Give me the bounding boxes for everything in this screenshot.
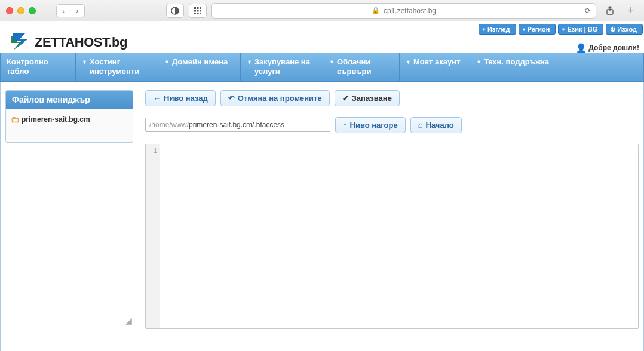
language-label: Език | BG bbox=[567, 26, 597, 33]
check-icon: ✔ bbox=[342, 94, 349, 103]
button-label: Ниво нагоре bbox=[350, 121, 398, 130]
user-icon: 👤 bbox=[576, 43, 586, 53]
nav-support[interactable]: ▼Техн. поддръжка bbox=[470, 53, 643, 81]
main-nav: Контролно табло ▼Хостинг инструменти ▼До… bbox=[0, 53, 644, 82]
view-label: Изглед bbox=[487, 26, 510, 33]
reader-icon[interactable] bbox=[166, 4, 184, 18]
code-editor[interactable]: 1 bbox=[145, 144, 639, 329]
revert-button[interactable]: ↶Отмяна на промените bbox=[220, 90, 330, 106]
view-button[interactable]: ▾Изглед bbox=[479, 24, 516, 35]
browser-url-text: cp1.zettahost.bg bbox=[384, 7, 436, 15]
folder-icon: 🗀 bbox=[11, 115, 19, 124]
nav-label: Техн. поддръжка bbox=[484, 57, 549, 67]
browser-forward-button[interactable]: › bbox=[70, 4, 85, 17]
browser-toolbar: ‹ › 🔒 cp1.zettahost.bg ⟳ + bbox=[0, 0, 644, 21]
nav-account[interactable]: ▼Моят акаунт bbox=[400, 53, 470, 81]
apps-icon[interactable] bbox=[189, 4, 207, 18]
region-button[interactable]: ▾Регион bbox=[519, 24, 556, 35]
chevron-down-icon: ▾ bbox=[562, 27, 565, 32]
svg-rect-1 bbox=[194, 7, 196, 9]
path-input[interactable]: /home/www/primeren-sait.bg.cm/.htaccess bbox=[145, 118, 330, 132]
path-tail: primeren-sait.bg.cm/.htaccess bbox=[189, 121, 284, 129]
svg-rect-4 bbox=[194, 10, 196, 11]
editor-content[interactable] bbox=[160, 144, 638, 328]
chevron-down-icon: ▼ bbox=[406, 57, 411, 66]
close-window-icon[interactable] bbox=[6, 7, 13, 14]
welcome-label: Добре дошли! bbox=[588, 44, 639, 52]
panel-title: Файлов мениджър bbox=[6, 91, 133, 109]
nav-hosting[interactable]: ▼Хостинг инструменти bbox=[76, 53, 158, 81]
nav-label: Хостинг инструменти bbox=[90, 57, 152, 77]
button-label: Ниво назад bbox=[164, 94, 208, 103]
browser-back-button[interactable]: ‹ bbox=[56, 4, 70, 17]
level-up-button[interactable]: ↑Ниво нагоре bbox=[335, 117, 406, 133]
save-button[interactable]: ✔Запазване bbox=[335, 90, 400, 106]
nav-domains[interactable]: ▼Домейн имена bbox=[158, 53, 241, 81]
arrow-left-icon: ← bbox=[153, 94, 161, 103]
home-icon: ⌂ bbox=[418, 121, 423, 130]
file-manager-panel: Файлов мениджър 🗀 primeren-sait.bg.cm bbox=[5, 90, 133, 143]
tree-item-label: primeren-sait.bg.cm bbox=[22, 115, 90, 124]
nav-label: Моят акаунт bbox=[413, 57, 461, 67]
exit-label: Изход bbox=[617, 26, 637, 33]
region-label: Регион bbox=[528, 26, 550, 33]
svg-rect-6 bbox=[200, 10, 201, 11]
share-icon[interactable] bbox=[601, 4, 619, 18]
undo-icon: ↶ bbox=[228, 94, 235, 103]
nav-label: Облачни сървъри bbox=[337, 57, 393, 77]
new-tab-button[interactable]: + bbox=[624, 4, 638, 18]
back-button[interactable]: ←Ниво назад bbox=[145, 90, 216, 106]
svg-rect-2 bbox=[197, 7, 199, 9]
exit-button[interactable]: ⏻Изход bbox=[606, 24, 643, 35]
path-prefix: /home/www/ bbox=[149, 121, 189, 129]
chevron-down-icon: ▼ bbox=[164, 57, 170, 66]
logo[interactable]: ZETTAHOST.bg bbox=[8, 24, 127, 53]
chevron-down-icon: ▼ bbox=[476, 57, 482, 66]
nav-label: Закупуване на услуги bbox=[254, 57, 317, 77]
nav-label: Домейн имена bbox=[172, 57, 228, 67]
chevron-down-icon: ▼ bbox=[329, 57, 335, 66]
chevron-down-icon: ▾ bbox=[523, 27, 525, 32]
svg-rect-3 bbox=[200, 7, 201, 9]
logo-icon bbox=[8, 32, 29, 53]
power-icon: ⏻ bbox=[610, 27, 615, 32]
nav-services[interactable]: ▼Закупуване на услуги bbox=[241, 53, 323, 81]
window-controls bbox=[6, 7, 36, 14]
button-label: Начало bbox=[426, 121, 454, 130]
nav-cloud[interactable]: ▼Облачни сървъри bbox=[323, 53, 400, 81]
reload-icon[interactable]: ⟳ bbox=[585, 7, 591, 15]
nav-label: Контролно табло bbox=[7, 57, 69, 77]
home-button[interactable]: ⌂Начало bbox=[410, 117, 462, 133]
browser-url-bar[interactable]: 🔒 cp1.zettahost.bg ⟳ bbox=[211, 3, 596, 19]
chevron-down-icon: ▼ bbox=[82, 57, 87, 66]
tree-item[interactable]: 🗀 primeren-sait.bg.cm bbox=[11, 115, 128, 124]
button-label: Отмяна на промените bbox=[238, 94, 322, 103]
chevron-down-icon: ▼ bbox=[247, 57, 252, 66]
welcome-text: 👤 Добре дошли! bbox=[576, 43, 643, 53]
language-button[interactable]: ▾Език | BG bbox=[558, 24, 603, 35]
svg-rect-7 bbox=[194, 13, 196, 14]
svg-rect-9 bbox=[200, 13, 201, 14]
arrow-up-icon: ↑ bbox=[343, 121, 347, 130]
editor-gutter: 1 bbox=[146, 144, 160, 328]
minimize-window-icon[interactable] bbox=[17, 7, 24, 14]
button-label: Запазване bbox=[352, 94, 392, 103]
nav-dashboard[interactable]: Контролно табло bbox=[1, 53, 76, 81]
svg-rect-5 bbox=[197, 10, 199, 11]
svg-rect-8 bbox=[197, 13, 199, 14]
zoom-window-icon[interactable] bbox=[29, 7, 36, 14]
line-number: 1 bbox=[146, 147, 157, 154]
lock-icon: 🔒 bbox=[372, 7, 380, 14]
logo-text: ZETTAHOST.bg bbox=[35, 35, 127, 50]
chevron-down-icon: ▾ bbox=[483, 27, 485, 32]
resize-handle-icon[interactable]: ◢ bbox=[5, 316, 133, 325]
